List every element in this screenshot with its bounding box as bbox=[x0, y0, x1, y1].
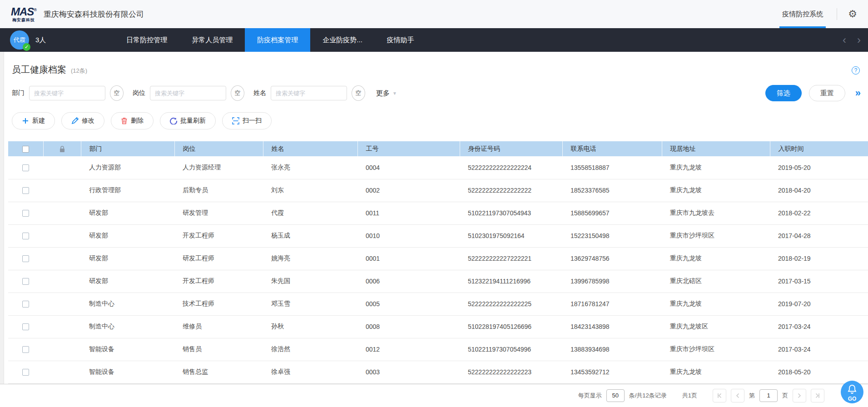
cell-hire-date: 2019-05-20 bbox=[770, 156, 868, 179]
cell-id-number: 5102301975092164 bbox=[460, 224, 562, 247]
prev-page-button[interactable] bbox=[731, 389, 744, 402]
system-tab-epidemic-control[interactable]: 疫情防控系统 bbox=[779, 0, 826, 28]
gear-icon[interactable]: ⚙ bbox=[848, 9, 857, 19]
row-checkbox[interactable] bbox=[22, 255, 29, 262]
column-header-phone[interactable]: 联系电话 bbox=[562, 141, 662, 156]
filter-field-label: 姓名 bbox=[253, 89, 266, 97]
per-page-label: 每页显示 bbox=[578, 392, 602, 400]
cell-phone: 13558518887 bbox=[562, 156, 662, 179]
more-filters-toggle[interactable]: 更多 ▼ bbox=[376, 89, 397, 98]
chevron-right-icon bbox=[797, 393, 802, 398]
row-lock-cell bbox=[43, 156, 81, 179]
reset-button[interactable]: 重置 bbox=[809, 85, 845, 101]
table-header: 部门 岗位 姓名 工号 身份证号码 联系电话 现居地址 入职时间 bbox=[8, 141, 868, 156]
cell-address: 重庆九龙坡区 bbox=[662, 315, 770, 338]
delete-button[interactable]: 删除 bbox=[111, 112, 154, 129]
next-page-button[interactable] bbox=[793, 389, 806, 402]
column-header-position[interactable]: 岗位 bbox=[174, 141, 263, 156]
filter-search-input[interactable] bbox=[29, 86, 105, 100]
nav-tab[interactable]: 日常防控管理 bbox=[114, 28, 179, 52]
select-all-checkbox[interactable] bbox=[22, 146, 29, 153]
help-icon[interactable]: ? bbox=[852, 66, 860, 74]
cell-department: 研发部 bbox=[81, 202, 174, 224]
cell-employee-id: 0008 bbox=[357, 315, 460, 338]
column-header-address[interactable]: 现居地址 bbox=[662, 141, 770, 156]
row-select-cell bbox=[8, 179, 43, 202]
row-checkbox[interactable] bbox=[22, 369, 29, 376]
nav-tab[interactable]: 企业防疫势... bbox=[310, 28, 375, 52]
cell-id-number: 510221197307054943 bbox=[460, 202, 562, 224]
scan-button[interactable]: 扫一扫 bbox=[222, 112, 272, 129]
create-button[interactable]: 新建 bbox=[12, 112, 55, 129]
row-select-cell bbox=[8, 361, 43, 383]
table-row[interactable]: 研发部 研发工程师 姚海亮 0001 522222222227222221 13… bbox=[8, 247, 868, 270]
cell-position: 开发工程师 bbox=[174, 270, 263, 293]
avatar-name: 代霞 bbox=[14, 36, 25, 44]
filter-search-input[interactable] bbox=[150, 86, 226, 100]
chevron-right-icon[interactable]: › bbox=[857, 35, 861, 45]
column-header-department[interactable]: 部门 bbox=[81, 141, 174, 156]
nav-tab[interactable]: 异常人员管理 bbox=[179, 28, 245, 52]
logo-text: MAS® bbox=[11, 6, 36, 17]
company-name: 重庆梅安森科技股份有限公司 bbox=[44, 9, 144, 20]
column-header-employee-id[interactable]: 工号 bbox=[357, 141, 460, 156]
cell-department: 研发部 bbox=[81, 224, 174, 247]
batch-refresh-button[interactable]: 批量刷新 bbox=[160, 112, 216, 129]
cell-position: 研发管理 bbox=[174, 202, 263, 224]
row-select-cell bbox=[8, 315, 43, 338]
go-button[interactable]: GO bbox=[848, 396, 857, 402]
table-row[interactable]: 研发部 研发管理 代霞 0011 510221197307054943 1588… bbox=[8, 202, 868, 224]
cell-phone: 15223150498 bbox=[562, 224, 662, 247]
row-checkbox[interactable] bbox=[22, 233, 29, 239]
table-row[interactable]: 研发部 开发工程师 朱先国 0006 512322194111216996 13… bbox=[8, 270, 868, 293]
row-checkbox[interactable] bbox=[22, 278, 29, 285]
filter-search-input[interactable] bbox=[271, 86, 347, 100]
content-area: 员工健康档案 (12条) ? 部门 空 岗位 空 bbox=[0, 52, 868, 384]
row-select-cell bbox=[8, 156, 43, 179]
table-row[interactable]: 制造中心 维修员 孙秋 0008 510228197405126696 1842… bbox=[8, 315, 868, 338]
filter-empty-button[interactable]: 空 bbox=[110, 85, 124, 101]
cell-position: 开发工程师 bbox=[174, 224, 263, 247]
filter-row: 部门 空 岗位 空 姓名 空 bbox=[0, 85, 868, 101]
row-checkbox[interactable] bbox=[22, 164, 29, 171]
cell-address: 重庆市沙坪坝区 bbox=[662, 338, 770, 361]
row-checkbox[interactable] bbox=[22, 346, 29, 353]
row-checkbox[interactable] bbox=[22, 301, 29, 308]
table-row[interactable]: 智能设备 销售员 徐浩然 0012 510221197307054996 138… bbox=[8, 338, 868, 361]
notification-fab[interactable]: GO bbox=[841, 381, 863, 403]
table-row[interactable]: 行政管理部 后勤专员 刘东 0002 522222222222222222 18… bbox=[8, 179, 868, 202]
cell-name: 代霞 bbox=[263, 202, 357, 224]
page-number-input[interactable] bbox=[759, 389, 778, 402]
table-row[interactable]: 研发部 开发工程师 杨玉成 0010 5102301975092164 1522… bbox=[8, 224, 868, 247]
logo-subtext: 梅安森科技 bbox=[12, 18, 35, 22]
per-page-input[interactable] bbox=[606, 389, 625, 402]
nav-tab[interactable]: 疫情助手 bbox=[375, 28, 427, 52]
cell-employee-id: 0011 bbox=[357, 202, 460, 224]
cell-employee-id: 0006 bbox=[357, 270, 460, 293]
table-row[interactable]: 制造中心 技术工程师 邓玉雪 0005 522222222222222225 1… bbox=[8, 293, 868, 315]
cell-hire-date: 2017-04-28 bbox=[770, 224, 868, 247]
row-checkbox[interactable] bbox=[22, 187, 29, 194]
double-chevron-right-icon[interactable]: » bbox=[855, 88, 861, 98]
row-select-cell bbox=[8, 293, 43, 315]
row-checkbox[interactable] bbox=[22, 210, 29, 217]
filter-empty-button[interactable]: 空 bbox=[231, 85, 244, 101]
lock-icon bbox=[59, 145, 65, 153]
avatar[interactable]: 代霞 ✓ bbox=[10, 30, 29, 50]
edit-button[interactable]: 修改 bbox=[61, 112, 104, 129]
first-page-button[interactable] bbox=[713, 389, 726, 402]
cell-address: 重庆九龙坡 bbox=[662, 179, 770, 202]
filter-empty-button[interactable]: 空 bbox=[352, 85, 365, 101]
column-header-name[interactable]: 姓名 bbox=[263, 141, 357, 156]
table-row[interactable]: 智能设备 销售总监 徐卓强 0003 522222222222222223 13… bbox=[8, 361, 868, 383]
row-checkbox[interactable] bbox=[22, 323, 29, 330]
filter-button[interactable]: 筛选 bbox=[765, 85, 802, 101]
nav-tab[interactable]: 防疫档案管理 bbox=[245, 28, 310, 52]
column-header-hire-date[interactable]: 入职时间 bbox=[770, 141, 868, 156]
last-page-button[interactable] bbox=[811, 389, 824, 402]
chevron-left-icon[interactable]: ‹ bbox=[843, 35, 846, 45]
cell-phone: 13996785998 bbox=[562, 270, 662, 293]
column-header-id-number[interactable]: 身份证号码 bbox=[460, 141, 562, 156]
table-row[interactable]: 人力资源部 人力资源经理 张永亮 0004 522222222222222224… bbox=[8, 156, 868, 179]
user-block[interactable]: 代霞 ✓ 3人 bbox=[10, 30, 46, 50]
